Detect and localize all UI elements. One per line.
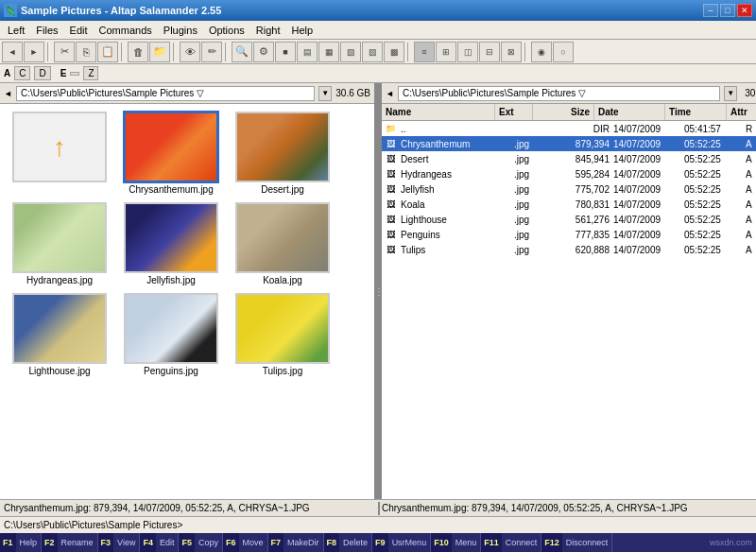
toolbar-b12[interactable]: ◉ [531, 42, 552, 62]
fkey-f12-label[interactable]: Disconnect [562, 533, 612, 552]
col-header-name[interactable]: Name [382, 104, 495, 120]
toolbar-settings[interactable]: ⚙ [253, 42, 274, 62]
fkey-f6-label[interactable]: Move [239, 533, 267, 552]
thumb-tulips[interactable]: Tulips.jpg [231, 293, 335, 376]
fkey-f1-label[interactable]: Help [16, 533, 42, 552]
toolbar-b1[interactable]: ■ [275, 42, 296, 62]
toolbar-delete[interactable]: 🗑 [128, 42, 148, 62]
fkey-f9-label[interactable]: UsrMenu [388, 533, 431, 552]
fkey-f6-num: F6 [223, 533, 239, 552]
maximize-button[interactable]: □ [720, 4, 735, 17]
toolbar-b10[interactable]: ⊟ [479, 42, 500, 62]
menu-edit[interactable]: Edit [64, 23, 94, 38]
col-header-attr[interactable]: Attr [727, 104, 756, 120]
toolbar-b7[interactable]: ≡ [414, 42, 435, 62]
drive-z[interactable]: Z [83, 66, 98, 80]
status-right: Chrysanthemum.jpg: 879,394, 14/07/2009, … [382, 503, 752, 513]
fkey-f5[interactable]: F5 Copy [179, 533, 223, 552]
file-row-hydrangeas[interactable]: 🖼 Hydrangeas .jpg 595,284 14/07/2009 05:… [382, 166, 756, 181]
toolbar-paste[interactable]: 📋 [97, 42, 118, 62]
menu-right[interactable]: Right [250, 23, 286, 38]
toolbar-b4[interactable]: ▧ [340, 42, 361, 62]
fkey-f10-label[interactable]: Menu [452, 533, 481, 552]
toolbar-b3[interactable]: ▦ [318, 42, 339, 62]
menu-commands[interactable]: Commands [94, 23, 158, 38]
toolbar-forward[interactable]: ► [24, 42, 44, 62]
fkey-f7-label[interactable]: MakeDir [284, 533, 323, 552]
fkey-f2[interactable]: F2 Rename [42, 533, 98, 552]
left-panel-header: ◄ C:\Users\Public\Pictures\Sample Pictur… [0, 83, 374, 104]
close-button[interactable]: ✕ [737, 4, 752, 17]
fkey-f8[interactable]: F8 Delete [324, 533, 373, 552]
fkey-f10[interactable]: F10 Menu [431, 533, 481, 552]
toolbar-b11[interactable]: ⊠ [501, 42, 522, 62]
menu-left[interactable]: Left [2, 23, 30, 38]
file-row-up[interactable]: 📁 .. DIR 14/07/2009 05:41:57 R [382, 121, 756, 136]
fkey-f5-label[interactable]: Copy [195, 533, 222, 552]
file-row-chrysanthemum[interactable]: 🖼 Chrysanthemum .jpg 879,394 14/07/2009 … [382, 136, 756, 151]
menu-options[interactable]: Options [203, 23, 250, 38]
fkey-f4-label[interactable]: Edit [156, 533, 179, 552]
fkey-f7[interactable]: F7 MakeDir [268, 533, 324, 552]
fkey-f11[interactable]: F11 Connect [481, 533, 541, 552]
file-row-lighthouse[interactable]: 🖼 Lighthouse .jpg 561,276 14/07/2009 05:… [382, 212, 756, 227]
toolbar-b6[interactable]: ▩ [384, 42, 404, 62]
right-path-dropdown[interactable]: ▼ [724, 86, 737, 101]
fkey-f4[interactable]: F4 Edit [140, 533, 179, 552]
menu-plugins[interactable]: Plugins [158, 23, 203, 38]
file-row-koala[interactable]: 🖼 Koala .jpg 780,831 14/07/2009 05:52:25… [382, 197, 756, 212]
fkey-f8-label[interactable]: Delete [339, 533, 371, 552]
thumb-penguins[interactable]: Penguins.jpg [119, 293, 223, 376]
toolbar-cut[interactable]: ✂ [54, 42, 75, 62]
drive-d[interactable]: D [34, 66, 50, 80]
fkey-f11-num: F11 [481, 533, 502, 552]
toolbar-b8[interactable]: ⊞ [436, 42, 456, 62]
thumb-desert[interactable]: Desert.jpg [231, 112, 335, 195]
file-row-penguins[interactable]: 🖼 Penguins .jpg 777,835 14/07/2009 05:52… [382, 227, 756, 242]
toolbar-mkdir[interactable]: 📁 [149, 42, 170, 62]
menu-help[interactable]: Help [286, 23, 319, 38]
toolbar-b5[interactable]: ▨ [362, 42, 383, 62]
left-path-dropdown[interactable]: ▼ [318, 86, 332, 101]
right-path-box[interactable]: C:\Users\Public\Pictures\Sample Pictures… [398, 86, 720, 101]
drive-c[interactable]: C [14, 66, 30, 80]
fkey-f6[interactable]: F6 Move [223, 533, 268, 552]
file-list-area[interactable]: 📁 .. DIR 14/07/2009 05:41:57 R 🖼 Chrysan… [382, 121, 756, 499]
toolbar-edit[interactable]: ✏ [201, 42, 222, 62]
thumb-lighthouse[interactable]: Lighthouse.jpg [8, 293, 112, 376]
minimize-button[interactable]: – [703, 4, 718, 17]
fkey-f12[interactable]: F12 Disconnect [541, 533, 612, 552]
left-path-box[interactable]: C:\Users\Public\Pictures\Sample Pictures… [16, 86, 315, 101]
fkey-f3-label[interactable]: View [113, 533, 139, 552]
toolbar-view[interactable]: 👁 [180, 42, 200, 62]
col-header-date[interactable]: Date [594, 104, 665, 120]
menu-files[interactable]: Files [30, 23, 63, 38]
toolbar-back[interactable]: ◄ [2, 42, 23, 62]
toolbar-b13[interactable]: ○ [553, 42, 574, 62]
thumbnail-area[interactable]: ↑ Chrysanthemum.jpg Desert.jpg Hydrangea… [0, 104, 374, 499]
fkey-spacer [612, 533, 706, 552]
toolbar-copy[interactable]: ⎘ [76, 42, 96, 62]
col-header-size[interactable]: Size [533, 104, 594, 120]
fkey-f9[interactable]: F9 UsrMenu [372, 533, 431, 552]
fkey-f11-label[interactable]: Connect [502, 533, 541, 552]
fkey-f3[interactable]: F3 View [98, 533, 141, 552]
toolbar-b9[interactable]: ◫ [457, 42, 478, 62]
toolbar-b2[interactable]: ▤ [297, 42, 318, 62]
col-header-time[interactable]: Time [665, 104, 727, 120]
file-icon-penguins: 🖼 [384, 229, 397, 240]
thumb-chrysanthemum[interactable]: Chrysanthemum.jpg [119, 112, 223, 195]
drive-e[interactable] [70, 72, 79, 76]
file-row-jellyfish[interactable]: 🖼 Jellyfish .jpg 775,702 14/07/2009 05:5… [382, 181, 756, 197]
thumb-jellyfish[interactable]: Jellyfish.jpg [119, 202, 223, 285]
col-header-ext[interactable]: Ext [495, 104, 533, 120]
window-controls[interactable]: – □ ✕ [703, 4, 752, 17]
thumb-up[interactable]: ↑ [8, 112, 112, 195]
fkey-f2-label[interactable]: Rename [58, 533, 97, 552]
toolbar-find[interactable]: 🔍 [232, 42, 252, 62]
file-row-tulips[interactable]: 🖼 Tulips .jpg 620,888 14/07/2009 05:52:2… [382, 242, 756, 257]
thumb-hydrangeas[interactable]: Hydrangeas.jpg [8, 202, 112, 285]
fkey-f1[interactable]: F1 Help [0, 533, 42, 552]
thumb-koala[interactable]: Koala.jpg [231, 202, 335, 285]
file-row-desert[interactable]: 🖼 Desert .jpg 845,941 14/07/2009 05:52:2… [382, 151, 756, 166]
